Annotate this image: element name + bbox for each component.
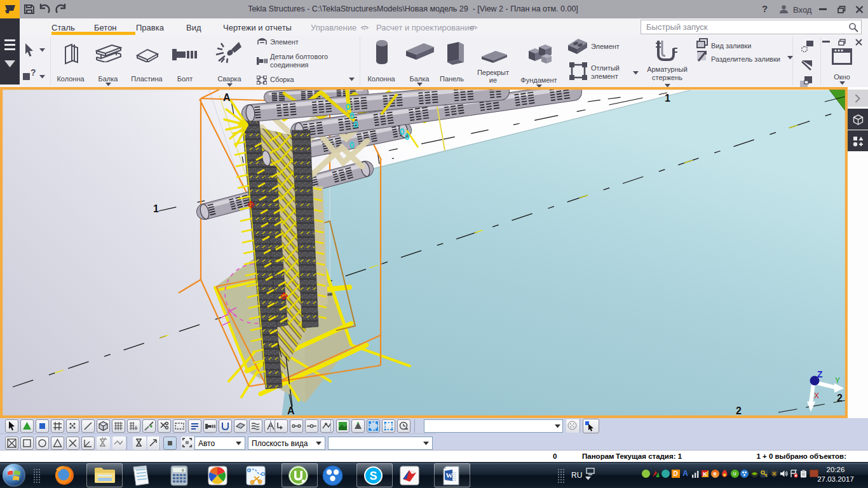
svg-text:X: X [814,391,819,400]
svg-text:K: K [703,471,707,477]
svg-text:2: 2 [837,393,843,403]
svg-text:0: 0 [182,468,184,473]
svg-text:A: A [223,92,231,103]
svg-text:2: 2 [736,405,742,416]
svg-text:S: S [370,470,377,482]
svg-text:1: 1 [665,93,670,104]
svg-text:A: A [287,405,295,416]
svg-text:1: 1 [153,203,159,214]
svg-text:Y: Y [835,376,840,385]
svg-text:Z: Z [817,369,823,379]
svg-text:W: W [446,471,453,479]
